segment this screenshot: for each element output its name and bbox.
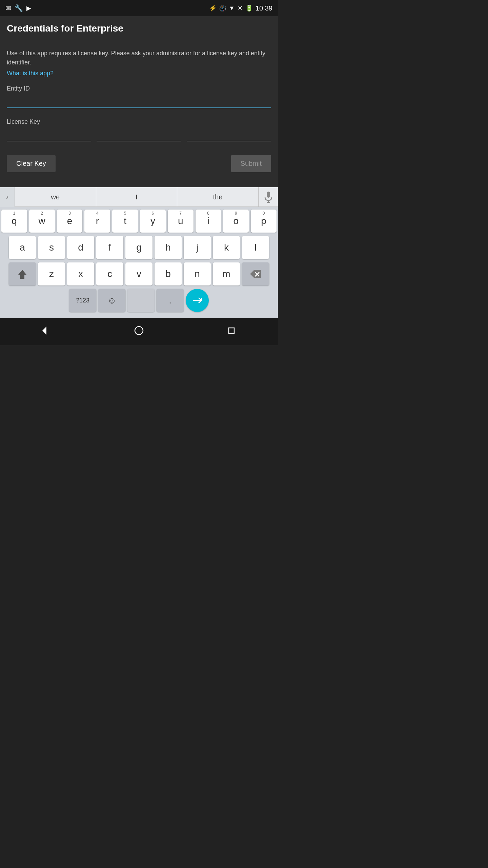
page-title: Credentials for Enterprise bbox=[7, 23, 271, 34]
status-bar: ✉ 🔧 ▶ ⚡ 📳 ▼ ✕ 🔋 10:39 bbox=[0, 0, 278, 16]
battery-icon: 🔋 bbox=[245, 4, 253, 12]
key-k[interactable]: k bbox=[213, 236, 240, 259]
key-n[interactable]: n bbox=[184, 262, 211, 285]
backspace-key[interactable] bbox=[242, 262, 269, 285]
license-key-part2[interactable] bbox=[97, 128, 181, 141]
shift-icon bbox=[17, 269, 28, 279]
enter-icon bbox=[192, 296, 203, 304]
svg-point-10 bbox=[135, 327, 143, 335]
license-key-part1[interactable] bbox=[7, 128, 91, 141]
status-bar-right-icons: ⚡ 📳 ▼ ✕ 🔋 10:39 bbox=[209, 4, 272, 12]
svg-marker-3 bbox=[18, 270, 26, 278]
home-button[interactable] bbox=[134, 325, 144, 338]
key-i[interactable]: 8 i bbox=[196, 210, 221, 233]
clear-key-button[interactable]: Clear Key bbox=[7, 155, 56, 172]
keyboard-row-4: ?123 ☺ . bbox=[1, 289, 277, 312]
key-w[interactable]: 2 w bbox=[29, 210, 55, 233]
signal-off-icon: ✕ bbox=[238, 4, 243, 12]
what-is-app-link[interactable]: What is this app? bbox=[7, 70, 54, 77]
key-m[interactable]: m bbox=[213, 262, 240, 285]
keyboard-row-2: a s d f g h j k l bbox=[1, 236, 277, 259]
back-icon bbox=[41, 325, 52, 336]
license-key-part3[interactable] bbox=[187, 128, 271, 141]
key-l[interactable]: l bbox=[242, 236, 269, 259]
button-row: Clear Key Submit bbox=[7, 155, 271, 179]
mail-icon: ✉ bbox=[5, 4, 11, 12]
suggestion-items: we I the bbox=[15, 187, 258, 207]
backspace-icon bbox=[249, 269, 262, 279]
numbers-key[interactable]: ?123 bbox=[69, 289, 96, 312]
status-bar-left-icons: ✉ 🔧 ▶ bbox=[5, 4, 31, 12]
status-time: 10:39 bbox=[256, 4, 272, 12]
settings-icon: 🔧 bbox=[15, 4, 23, 12]
keyboard-row-1: 1 q 2 w 3 e 4 r 5 t 6 y bbox=[1, 210, 277, 233]
svg-rect-11 bbox=[229, 328, 234, 333]
wifi-icon: ▼ bbox=[229, 5, 235, 12]
entity-id-section: Entity ID bbox=[7, 85, 271, 108]
home-icon bbox=[134, 325, 144, 336]
key-y[interactable]: 6 y bbox=[140, 210, 166, 233]
key-x[interactable]: x bbox=[67, 262, 94, 285]
description-text: Use of this app requires a license key. … bbox=[7, 49, 271, 67]
suggestion-i[interactable]: I bbox=[96, 187, 178, 207]
entity-id-label: Entity ID bbox=[7, 85, 271, 92]
key-v[interactable]: v bbox=[125, 262, 152, 285]
bluetooth-icon: ⚡ bbox=[209, 4, 217, 12]
svg-rect-0 bbox=[267, 192, 270, 198]
recents-button[interactable] bbox=[226, 325, 237, 338]
key-h[interactable]: h bbox=[155, 236, 182, 259]
key-u[interactable]: 7 u bbox=[168, 210, 194, 233]
mic-icon bbox=[264, 191, 273, 203]
key-c[interactable]: c bbox=[96, 262, 123, 285]
keyboard: 1 q 2 w 3 e 4 r 5 t 6 y bbox=[0, 207, 278, 318]
keyboard-row-3: z x c v b n m bbox=[1, 262, 277, 285]
nav-bar bbox=[0, 318, 278, 345]
license-key-label: License Key bbox=[7, 118, 271, 125]
submit-button[interactable]: Submit bbox=[231, 155, 271, 172]
key-t[interactable]: 5 t bbox=[112, 210, 138, 233]
svg-rect-4 bbox=[20, 277, 24, 279]
emoji-key[interactable]: ☺ bbox=[98, 289, 125, 312]
key-e[interactable]: 3 e bbox=[57, 210, 83, 233]
license-key-inputs bbox=[7, 128, 271, 141]
keyboard-area: › we I the 1 q 2 w bbox=[0, 187, 278, 318]
microphone-button[interactable] bbox=[258, 187, 278, 207]
space-key[interactable] bbox=[127, 289, 155, 312]
suggestion-the[interactable]: the bbox=[177, 187, 258, 207]
key-a[interactable]: a bbox=[9, 236, 36, 259]
license-key-section: License Key bbox=[7, 118, 271, 141]
key-s[interactable]: s bbox=[38, 236, 65, 259]
vibrate-icon: 📳 bbox=[219, 5, 226, 12]
key-j[interactable]: j bbox=[184, 236, 211, 259]
shift-key[interactable] bbox=[9, 262, 36, 285]
key-p[interactable]: 0 p bbox=[251, 210, 277, 233]
key-b[interactable]: b bbox=[155, 262, 182, 285]
expand-suggestions-button[interactable]: › bbox=[0, 187, 15, 207]
next-icon: ▶ bbox=[26, 4, 31, 12]
key-z[interactable]: z bbox=[38, 262, 65, 285]
svg-marker-9 bbox=[42, 327, 46, 335]
entity-id-input[interactable] bbox=[7, 95, 271, 108]
app-header: Credentials for Enterprise bbox=[0, 16, 278, 41]
key-g[interactable]: g bbox=[125, 236, 152, 259]
key-f[interactable]: f bbox=[96, 236, 123, 259]
key-o[interactable]: 9 o bbox=[223, 210, 249, 233]
recents-icon bbox=[226, 325, 237, 336]
key-q[interactable]: 1 q bbox=[1, 210, 27, 233]
suggestions-bar: › we I the bbox=[0, 187, 278, 207]
period-key[interactable]: . bbox=[157, 289, 184, 312]
back-button[interactable] bbox=[41, 325, 52, 338]
suggestion-we[interactable]: we bbox=[15, 187, 96, 207]
enter-key[interactable] bbox=[186, 289, 209, 312]
content-area: Use of this app requires a license key. … bbox=[0, 41, 278, 187]
key-d[interactable]: d bbox=[67, 236, 94, 259]
key-r[interactable]: 4 r bbox=[84, 210, 110, 233]
